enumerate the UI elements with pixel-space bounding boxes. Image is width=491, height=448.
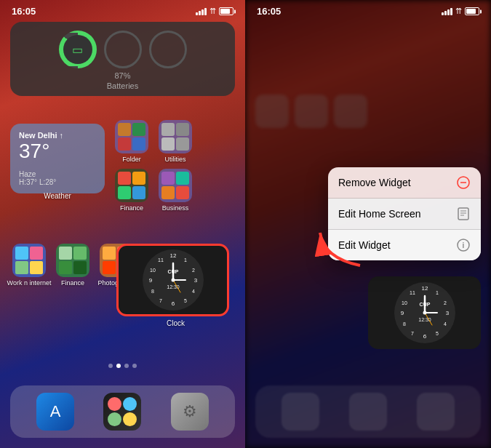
svg-text:8: 8 — [403, 321, 406, 327]
page-dot-4[interactable] — [132, 364, 137, 368]
work-internet-label: Work n internet — [7, 279, 52, 287]
weather-label: Weather — [10, 192, 105, 200]
biz-dot-3 — [161, 186, 175, 199]
svg-point-18 — [171, 279, 175, 282]
finance-icon — [56, 244, 89, 277]
red-arrow — [309, 215, 367, 273]
svg-text:6: 6 — [171, 300, 175, 307]
app-row-2: Finance Business — [113, 169, 235, 212]
blurred-icon-3 — [334, 95, 367, 128]
right-status-icons: ⇈ — [442, 7, 479, 16]
clock-label: Clock — [116, 319, 235, 327]
svg-text:4: 4 — [192, 289, 195, 294]
app-grid: Folder Utilities — [113, 120, 235, 217]
settings-dock-icon[interactable]: ⚙ — [171, 393, 209, 431]
finance-dot-3 — [118, 186, 131, 199]
folder-app[interactable]: Folder — [113, 120, 151, 163]
svg-text:1: 1 — [436, 290, 439, 295]
finance-app[interactable]: Finance — [54, 244, 92, 287]
svg-text:9: 9 — [148, 277, 152, 284]
remove-widget-menu-item[interactable]: Remove Widget — [328, 167, 481, 199]
battery-circle-2 — [104, 31, 142, 68]
folder-icon — [115, 120, 148, 153]
weather-temp: 37° — [19, 140, 96, 163]
business-icon — [159, 169, 192, 202]
svg-text:7: 7 — [411, 331, 414, 336]
finance-label: Finance — [61, 279, 84, 287]
battery-percentage: 87% — [20, 71, 225, 80]
wi-dot-4 — [30, 261, 43, 274]
left-time: 16:05 — [12, 6, 36, 17]
app-row-1: Folder Utilities — [113, 120, 235, 163]
launchpad-dock-icon[interactable] — [103, 393, 141, 431]
finance-grid — [115, 169, 148, 202]
util-dot-2 — [176, 123, 189, 136]
blurred-background-icons — [255, 95, 367, 128]
finance-grid-app[interactable]: Finance — [113, 169, 151, 212]
blurred-icon-2 — [295, 95, 328, 128]
business-grid — [159, 169, 192, 202]
page-dot-3[interactable] — [124, 364, 129, 368]
svg-text:12: 12 — [169, 252, 176, 259]
right-battery-fill — [466, 9, 476, 14]
utilities-icon — [159, 120, 192, 153]
svg-rect-21 — [458, 208, 468, 220]
finance-grid-icon — [115, 169, 148, 202]
svg-text:7: 7 — [159, 298, 162, 303]
battery-status-icon — [219, 7, 233, 15]
svg-text:3: 3 — [445, 310, 449, 316]
svg-text:9: 9 — [400, 310, 404, 316]
page-dots — [0, 364, 245, 368]
finance-dot-1 — [118, 172, 131, 185]
fin-dot-1 — [59, 247, 72, 260]
page-dot-2[interactable] — [116, 364, 121, 368]
folder-dot-3 — [118, 137, 131, 151]
wi-dot-2 — [30, 247, 43, 260]
battery-fill — [220, 9, 230, 14]
folder-grid — [115, 120, 148, 153]
finance-dot-4 — [132, 186, 145, 199]
svg-text:5: 5 — [184, 298, 187, 303]
folder-dot-2 — [132, 123, 145, 136]
right-dock-icon-1 — [282, 393, 319, 431]
business-app[interactable]: Business — [156, 169, 194, 212]
settings-icon: ⚙ — [183, 402, 197, 421]
right-battery-icon — [465, 7, 479, 15]
utilities-app[interactable]: Utilities — [156, 120, 194, 163]
fin-dot-2 — [73, 247, 87, 260]
batteries-widget[interactable]: ▭ 87% Batteries — [10, 22, 235, 96]
work-internet-app[interactable]: Work n internet — [10, 244, 48, 287]
signal-icon — [196, 8, 207, 15]
app-store-dock-icon[interactable]: A — [36, 393, 74, 431]
svg-text:12:30: 12:30 — [167, 284, 180, 289]
svg-text:5: 5 — [436, 331, 439, 336]
lp-dot-1 — [108, 397, 121, 411]
svg-text:3: 3 — [193, 277, 197, 284]
svg-text:11: 11 — [158, 257, 164, 263]
remove-widget-icon — [456, 175, 471, 190]
utilities-label: Utilities — [164, 156, 185, 163]
batteries-label: Batteries — [20, 81, 225, 90]
right-phone-screen: 16:05 ⇈ Remove Widget — [245, 0, 491, 448]
photo-dot-1 — [103, 247, 116, 260]
left-status-bar: 16:05 ⇈ — [0, 6, 245, 17]
weather-desc: Haze — [19, 170, 96, 178]
battery-circle-3 — [149, 31, 187, 68]
blurred-icon-1 — [255, 95, 289, 128]
lp-dot-4 — [123, 412, 137, 426]
utilities-grid — [159, 120, 192, 153]
edit-home-screen-icon — [456, 207, 471, 221]
svg-text:2: 2 — [444, 300, 447, 305]
clock-face: 12 3 6 9 1 2 4 5 7 8 10 11 CUP 12:30 — [116, 244, 229, 316]
wifi-icon: ⇈ — [209, 7, 216, 16]
battery-device-icon: ▭ — [72, 43, 83, 57]
work-internet-icon — [12, 244, 46, 277]
weather-range: H:37° L:28° — [19, 178, 96, 186]
weather-widget[interactable]: New Delhi ↑ 37° Haze H:37° L:28° — [10, 124, 105, 193]
svg-text:i: i — [463, 241, 465, 249]
clock-widget[interactable]: 12 3 6 9 1 2 4 5 7 8 10 11 CUP 12:30 — [116, 244, 235, 327]
page-dot-1[interactable] — [108, 364, 113, 368]
business-label: Business — [162, 204, 189, 212]
lp-dot-2 — [123, 397, 137, 411]
folder-label: Folder — [122, 156, 141, 163]
